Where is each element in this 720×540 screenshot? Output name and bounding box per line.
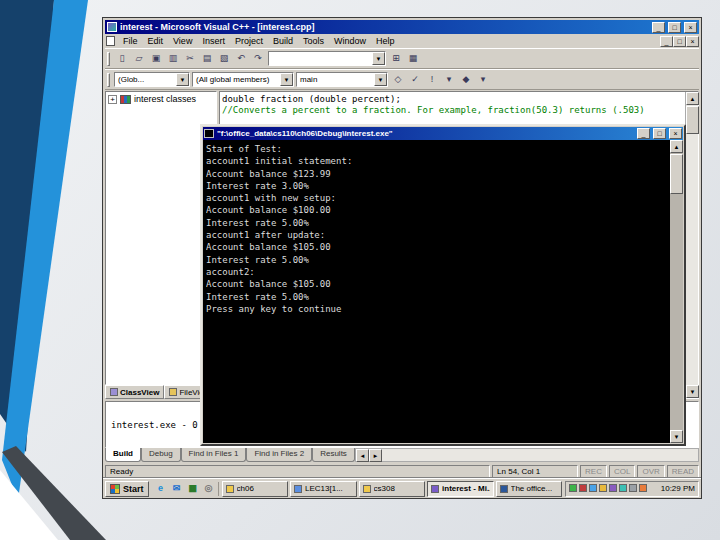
visual-cpp-icon bbox=[431, 485, 439, 493]
tray-icon[interactable] bbox=[579, 484, 587, 494]
chevron-down-icon[interactable]: ▼ bbox=[374, 73, 387, 86]
toolbar-button-icon[interactable]: ▥ bbox=[165, 51, 181, 66]
quick-launch-icon[interactable]: e bbox=[154, 482, 168, 495]
toolbar-button-icon[interactable]: ! bbox=[424, 72, 440, 87]
menu-item[interactable]: View bbox=[168, 35, 197, 47]
output-tabs-row: BuildDebugFind in Files 1Find in Files 2… bbox=[105, 448, 699, 462]
menu-item[interactable]: Help bbox=[371, 35, 400, 47]
classview-icon bbox=[110, 388, 118, 396]
toolbar-button-icon[interactable]: ↶ bbox=[233, 51, 249, 66]
toolbar-grip[interactable] bbox=[107, 73, 110, 87]
taskbar-button[interactable]: LEC13[1... bbox=[290, 481, 357, 497]
menu-bar: FileEditViewInsertProjectBuildToolsWindo… bbox=[105, 34, 699, 48]
tray-icon[interactable] bbox=[629, 484, 637, 494]
menu-item[interactable]: Window bbox=[329, 35, 371, 47]
menu-item[interactable]: Insert bbox=[197, 35, 230, 47]
scroll-down-icon[interactable]: ▼ bbox=[670, 430, 683, 443]
toolbar-button-icon[interactable]: ◇ bbox=[390, 72, 406, 87]
console-window[interactable]: "f:\office_data\cs110\ch06\Debug\interes… bbox=[200, 124, 686, 446]
output-horizontal-scrollbar[interactable]: ◄ ► bbox=[355, 448, 699, 462]
console-titlebar: "f:\office_data\cs110\ch06\Debug\interes… bbox=[203, 127, 683, 140]
scroll-up-icon[interactable]: ▲ bbox=[670, 140, 683, 153]
tray-icon[interactable] bbox=[589, 484, 597, 494]
toolbar-button-icon[interactable]: ▤ bbox=[199, 51, 215, 66]
chevron-down-icon[interactable]: ▼ bbox=[280, 73, 293, 86]
scroll-up-icon[interactable]: ▲ bbox=[686, 92, 699, 105]
status-indicator: READ bbox=[667, 465, 699, 478]
tray-icon[interactable] bbox=[639, 484, 647, 494]
maximize-button[interactable]: □ bbox=[668, 22, 681, 33]
toolbar-button-icon[interactable]: ▱ bbox=[131, 51, 147, 66]
quick-launch-icon[interactable]: ▦ bbox=[186, 482, 200, 495]
output-tab[interactable]: Find in Files 1 bbox=[181, 448, 247, 462]
mdi-close-button[interactable]: × bbox=[686, 36, 699, 47]
toolbar-button-icon[interactable]: ▣ bbox=[148, 51, 164, 66]
output-tab[interactable]: Build bbox=[105, 448, 141, 462]
tray-icon bbox=[599, 484, 607, 492]
tray-icon[interactable] bbox=[599, 484, 607, 494]
tray-icon[interactable] bbox=[569, 484, 577, 494]
menu-item[interactable]: Tools bbox=[298, 35, 329, 47]
toolbar-grip[interactable] bbox=[107, 52, 110, 66]
close-button[interactable]: × bbox=[684, 22, 697, 33]
toolbar-button-icon[interactable]: ▯ bbox=[114, 51, 130, 66]
menu-items: FileEditViewInsertProjectBuildToolsWindo… bbox=[118, 35, 660, 47]
editor-vertical-scrollbar[interactable]: ▲ ▼ bbox=[685, 92, 698, 398]
find-combobox[interactable]: ▼ bbox=[268, 51, 386, 66]
minimize-button[interactable]: _ bbox=[652, 22, 665, 33]
taskbar-button[interactable]: interest - Mi... bbox=[427, 481, 494, 497]
chevron-down-icon[interactable]: ▼ bbox=[176, 73, 189, 86]
scroll-down-icon[interactable]: ▼ bbox=[686, 385, 699, 398]
tray-icon[interactable] bbox=[609, 484, 617, 494]
taskbar-button[interactable]: ch06 bbox=[222, 481, 289, 497]
toolbar-button-icon[interactable]: ◆ bbox=[458, 72, 474, 87]
tray-icons bbox=[569, 484, 659, 494]
quick-launch-icon[interactable]: ✉ bbox=[170, 482, 184, 495]
taskbar-button[interactable]: The office... bbox=[496, 481, 563, 497]
tray-icon[interactable] bbox=[619, 484, 627, 494]
scrollbar-thumb[interactable] bbox=[670, 154, 683, 194]
console-close-button[interactable]: × bbox=[669, 128, 682, 139]
mdi-restore-button[interactable]: □ bbox=[673, 36, 686, 47]
workspace-tab[interactable]: ClassView bbox=[105, 385, 164, 399]
quick-launch-icon[interactable]: ◎ bbox=[202, 482, 216, 495]
toolbar-button-icon[interactable]: ✂ bbox=[182, 51, 198, 66]
expand-icon[interactable]: + bbox=[108, 95, 117, 104]
taskbar-button[interactable]: cs308 bbox=[359, 481, 426, 497]
toolbar-button-icon[interactable]: ✓ bbox=[407, 72, 423, 87]
output-tab[interactable]: Find in Files 2 bbox=[246, 448, 312, 462]
wizard-bar-icons: ◇✓!▾◆▾ bbox=[390, 72, 491, 87]
menu-item[interactable]: Project bbox=[230, 35, 268, 47]
output-tab[interactable]: Debug bbox=[141, 448, 181, 462]
console-vertical-scrollbar[interactable]: ▲ ▼ bbox=[670, 140, 683, 443]
scroll-right-icon[interactable]: ► bbox=[369, 449, 382, 462]
console-line: Interest rate 5.00% bbox=[206, 291, 667, 303]
status-bar: Ready Ln 54, Col 1 RECCOLOVRREAD bbox=[105, 462, 699, 478]
start-button[interactable]: Start bbox=[105, 481, 149, 497]
console-output: Start of Test:account1 initial statement… bbox=[203, 140, 683, 443]
scroll-left-icon[interactable]: ◄ bbox=[356, 449, 369, 462]
toolbar-button-icon[interactable]: ▦ bbox=[405, 51, 421, 66]
menu-item[interactable]: Edit bbox=[143, 35, 169, 47]
output-tab[interactable]: Results bbox=[312, 448, 355, 462]
menu-item[interactable]: Build bbox=[268, 35, 298, 47]
toolbar-button-icon[interactable]: ▧ bbox=[216, 51, 232, 66]
filter-combobox[interactable]: (All global members) ▼ bbox=[192, 72, 294, 87]
mdi-minimize-button[interactable]: _ bbox=[660, 36, 673, 47]
chevron-down-icon[interactable]: ▼ bbox=[372, 52, 385, 65]
standard-toolbar-icons: ▯▱▣▥✂▤▧↶↷ bbox=[114, 51, 266, 66]
console-minimize-button[interactable]: _ bbox=[637, 128, 650, 139]
visual-cpp-app-icon bbox=[107, 22, 117, 32]
taskbar: Start e✉▦◎ ch06LEC13[1...cs308interest -… bbox=[103, 478, 701, 498]
toolbar-button-icon[interactable]: ▾ bbox=[441, 72, 457, 87]
console-maximize-button[interactable]: □ bbox=[653, 128, 666, 139]
tray-icon bbox=[639, 484, 647, 492]
toolbar-button-icon[interactable]: ↷ bbox=[250, 51, 266, 66]
toolbar-button-icon[interactable]: ⊞ bbox=[388, 51, 404, 66]
menu-item[interactable]: File bbox=[118, 35, 143, 47]
scrollbar-thumb[interactable] bbox=[686, 106, 699, 134]
tree-root-node[interactable]: + interest classes bbox=[108, 94, 214, 104]
class-combobox[interactable]: (Glob... ▼ bbox=[114, 72, 190, 87]
member-combobox[interactable]: main ▼ bbox=[296, 72, 388, 87]
toolbar-button-icon[interactable]: ▾ bbox=[475, 72, 491, 87]
